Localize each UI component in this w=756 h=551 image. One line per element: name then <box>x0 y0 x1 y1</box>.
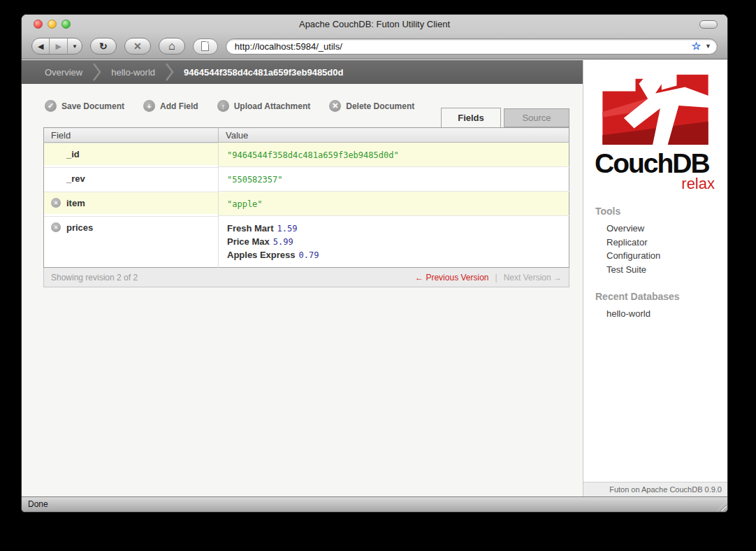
toolbar-toggle-button[interactable] <box>699 20 718 29</box>
command-label: Delete Document <box>346 101 414 111</box>
sidebar-item-test-suite[interactable]: Test Suite <box>606 263 727 277</box>
add-field-button[interactable]: +Add Field <box>143 100 198 112</box>
couchdb-logo[interactable]: CouchDB relax <box>595 69 717 191</box>
fields-table: FieldValue _id"9464544f358d4c481a659f3eb… <box>43 127 569 268</box>
sidebar-list: hello-world <box>583 307 727 321</box>
dict-key: Apples Express <box>227 250 296 260</box>
home-button[interactable]: ⌂ <box>159 38 185 55</box>
command-label: Save Document <box>61 101 124 111</box>
dict-entry: Fresh Mart1.59 <box>227 222 569 235</box>
x-circle-icon: ✕ <box>329 100 341 112</box>
page-area: Overviewhello-world9464544f358d4c481a659… <box>22 60 727 496</box>
history-nav-group: ◀ ▶ ▼ <box>31 38 82 55</box>
browser-toolbar: ◀ ▶ ▼ ↻ ✕ ⌂ ☆ ▼ <box>22 34 727 59</box>
tab-fields[interactable]: Fields <box>441 108 501 127</box>
bookmark-star-icon[interactable]: ☆ <box>692 40 701 52</box>
upload-attachment-button[interactable]: ↑Upload Attachment <box>217 100 311 112</box>
dict-key: Fresh Mart <box>227 223 273 234</box>
status-bar: Done <box>22 496 727 512</box>
url-bar: ☆ ▼ <box>226 38 718 55</box>
value-cell[interactable]: "apple" <box>219 192 569 216</box>
table-row: ✕item"apple" <box>44 192 569 216</box>
chevron-right-icon <box>92 63 101 81</box>
sidebar-section: Recent Databaseshello-world <box>583 291 727 321</box>
command-label: Upload Attachment <box>234 101 311 111</box>
table-body: _id"9464544f358d4c481a659f3eb9485d0d"_re… <box>44 143 569 268</box>
string-value: "apple" <box>227 199 263 209</box>
field-name[interactable]: prices <box>66 222 93 233</box>
check-circle-icon: ✓ <box>45 100 57 112</box>
sidebar-item-replicator[interactable]: Replicator <box>606 236 727 250</box>
breadcrumb-link[interactable]: Overview <box>45 67 82 78</box>
value-cell[interactable]: "9464544f358d4c481a659f3eb9485d0d" <box>219 143 569 167</box>
document-editor: ✓Save Document+Add Field↑Upload Attachme… <box>22 84 583 287</box>
next-version-link: Next Version → <box>504 273 562 282</box>
field-cell: _rev <box>44 167 218 189</box>
number-value: 1.59 <box>277 224 297 234</box>
resize-grip-icon[interactable] <box>717 501 727 511</box>
view-tabs: FieldsSource <box>441 108 569 127</box>
tab-source[interactable]: Source <box>504 108 569 127</box>
save-document-button[interactable]: ✓Save Document <box>45 100 124 112</box>
sidebar-item-overview[interactable]: Overview <box>606 222 727 236</box>
delete-field-icon[interactable]: ✕ <box>51 222 61 232</box>
couchdb-logo-icon <box>595 69 717 146</box>
sidebar-item-hello-world[interactable]: hello-world <box>606 307 727 321</box>
previous-version-link[interactable]: ← Previous Version <box>415 273 488 282</box>
plus-circle-icon: + <box>143 100 155 112</box>
sidebar-section: ToolsOverviewReplicatorConfigurationTest… <box>583 206 727 276</box>
dict-key: Price Max <box>227 236 270 247</box>
value-cell[interactable]: "550582357" <box>219 167 569 192</box>
command-label: Add Field <box>160 101 198 111</box>
delete-document-button[interactable]: ✕Delete Document <box>329 100 414 112</box>
forward-button[interactable]: ▶ <box>49 38 66 54</box>
sidebar-sections: ToolsOverviewReplicatorConfigurationTest… <box>583 206 727 321</box>
field-name[interactable]: _id <box>66 149 80 159</box>
sidebar-heading: Recent Databases <box>595 291 727 302</box>
window-chrome: Apache CouchDB: Futon Utility Client ◀ ▶… <box>22 15 727 59</box>
field-cell: ✕item <box>44 192 218 214</box>
number-value: 5.99 <box>273 237 293 247</box>
field-cell: _id <box>44 143 218 165</box>
field-name[interactable]: item <box>66 198 85 208</box>
column-header: Field <box>44 128 219 143</box>
sidebar-heading: Tools <box>595 206 727 217</box>
sidebar: CouchDB relax ToolsOverviewReplicatorCon… <box>583 60 727 496</box>
window-title: Apache CouchDB: Futon Utility Client <box>22 19 727 29</box>
breadcrumb-link[interactable]: hello-world <box>111 67 155 78</box>
version-separator: | <box>495 273 497 282</box>
logo-tagline: relax <box>595 177 717 191</box>
revision-status: Showing revision 2 of 2 <box>51 273 138 282</box>
column-header: Value <box>219 128 569 143</box>
titlebar[interactable]: Apache CouchDB: Futon Utility Client <box>22 15 727 34</box>
history-dropdown-icon[interactable]: ▼ <box>67 38 82 54</box>
logo-title: CouchDB <box>595 150 717 177</box>
sidebar-footer: Futon on Apache CouchDB 0.9.0 <box>583 482 727 496</box>
page-icon <box>201 41 209 51</box>
dict-entry: Apples Express0.79 <box>227 248 569 262</box>
stop-button[interactable]: ✕ <box>124 38 151 55</box>
chevron-right-icon <box>165 63 174 81</box>
number-value: 0.79 <box>299 250 319 260</box>
reload-button[interactable]: ↻ <box>90 38 117 55</box>
sidebar-item-configuration[interactable]: Configuration <box>606 249 727 263</box>
url-input[interactable] <box>235 41 692 52</box>
field-name[interactable]: _rev <box>66 173 85 184</box>
url-dropdown-icon[interactable]: ▼ <box>705 43 711 50</box>
page-proxy-button[interactable] <box>193 38 218 55</box>
sidebar-list: OverviewReplicatorConfigurationTest Suit… <box>583 222 727 276</box>
value-cell[interactable]: Fresh Mart1.59Price Max5.99Apples Expres… <box>219 216 569 268</box>
table-row: ✕pricesFresh Mart1.59Price Max5.99Apples… <box>44 216 569 268</box>
arrow-up-circle-icon: ↑ <box>217 100 229 112</box>
breadcrumb-current: 9464544f358d4c481a659f3eb9485d0d <box>184 67 343 78</box>
string-value: "9464544f358d4c481a659f3eb9485d0d" <box>227 150 399 160</box>
table-header-row: FieldValue <box>44 128 569 143</box>
field-cell: ✕prices <box>44 216 218 238</box>
status-text: Done <box>28 499 48 509</box>
browser-window: Apache CouchDB: Futon Utility Client ◀ ▶… <box>21 14 728 513</box>
revision-bar: Showing revision 2 of 2 ← Previous Versi… <box>43 268 569 287</box>
back-button[interactable]: ◀ <box>32 38 49 54</box>
main-panel: Overviewhello-world9464544f358d4c481a659… <box>22 60 583 496</box>
delete-field-icon[interactable]: ✕ <box>51 198 61 208</box>
table-row: _id"9464544f358d4c481a659f3eb9485d0d" <box>44 143 569 167</box>
